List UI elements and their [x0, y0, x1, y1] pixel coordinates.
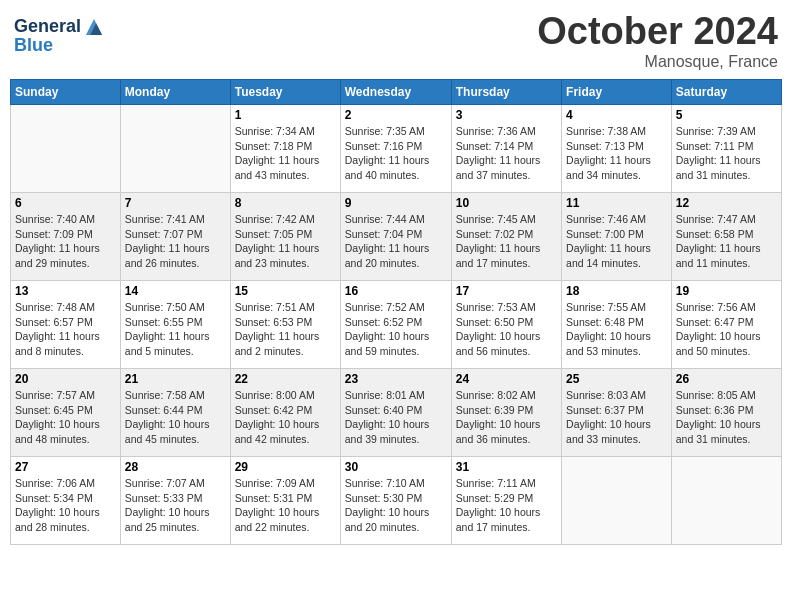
day-info: Sunrise: 8:05 AM Sunset: 6:36 PM Dayligh…	[676, 388, 777, 447]
day-info: Sunrise: 7:11 AM Sunset: 5:29 PM Dayligh…	[456, 476, 557, 535]
calendar-cell: 21Sunrise: 7:58 AM Sunset: 6:44 PM Dayli…	[120, 369, 230, 457]
weekday-header: Tuesday	[230, 80, 340, 105]
day-number: 23	[345, 372, 447, 386]
calendar-cell: 4Sunrise: 7:38 AM Sunset: 7:13 PM Daylig…	[562, 105, 672, 193]
calendar-cell: 23Sunrise: 8:01 AM Sunset: 6:40 PM Dayli…	[340, 369, 451, 457]
day-number: 6	[15, 196, 116, 210]
calendar-cell	[11, 105, 121, 193]
day-info: Sunrise: 7:35 AM Sunset: 7:16 PM Dayligh…	[345, 124, 447, 183]
day-number: 21	[125, 372, 226, 386]
day-number: 30	[345, 460, 447, 474]
day-info: Sunrise: 7:07 AM Sunset: 5:33 PM Dayligh…	[125, 476, 226, 535]
day-number: 7	[125, 196, 226, 210]
day-number: 10	[456, 196, 557, 210]
calendar-cell: 25Sunrise: 8:03 AM Sunset: 6:37 PM Dayli…	[562, 369, 672, 457]
weekday-header: Friday	[562, 80, 672, 105]
calendar-week-row: 20Sunrise: 7:57 AM Sunset: 6:45 PM Dayli…	[11, 369, 782, 457]
day-number: 12	[676, 196, 777, 210]
day-number: 14	[125, 284, 226, 298]
day-info: Sunrise: 7:51 AM Sunset: 6:53 PM Dayligh…	[235, 300, 336, 359]
day-info: Sunrise: 7:58 AM Sunset: 6:44 PM Dayligh…	[125, 388, 226, 447]
calendar-cell: 19Sunrise: 7:56 AM Sunset: 6:47 PM Dayli…	[671, 281, 781, 369]
day-number: 22	[235, 372, 336, 386]
day-info: Sunrise: 7:57 AM Sunset: 6:45 PM Dayligh…	[15, 388, 116, 447]
month-title: October 2024	[537, 10, 778, 53]
day-info: Sunrise: 7:41 AM Sunset: 7:07 PM Dayligh…	[125, 212, 226, 271]
day-info: Sunrise: 8:02 AM Sunset: 6:39 PM Dayligh…	[456, 388, 557, 447]
calendar-cell: 2Sunrise: 7:35 AM Sunset: 7:16 PM Daylig…	[340, 105, 451, 193]
day-number: 19	[676, 284, 777, 298]
calendar-header-row: SundayMondayTuesdayWednesdayThursdayFrid…	[11, 80, 782, 105]
calendar-cell	[671, 457, 781, 545]
day-number: 16	[345, 284, 447, 298]
day-info: Sunrise: 7:06 AM Sunset: 5:34 PM Dayligh…	[15, 476, 116, 535]
day-number: 3	[456, 108, 557, 122]
day-number: 8	[235, 196, 336, 210]
calendar-cell: 5Sunrise: 7:39 AM Sunset: 7:11 PM Daylig…	[671, 105, 781, 193]
calendar-week-row: 13Sunrise: 7:48 AM Sunset: 6:57 PM Dayli…	[11, 281, 782, 369]
calendar-cell: 3Sunrise: 7:36 AM Sunset: 7:14 PM Daylig…	[451, 105, 561, 193]
day-number: 2	[345, 108, 447, 122]
logo-text: General	[14, 17, 81, 37]
day-number: 25	[566, 372, 667, 386]
day-info: Sunrise: 7:38 AM Sunset: 7:13 PM Dayligh…	[566, 124, 667, 183]
calendar-cell: 24Sunrise: 8:02 AM Sunset: 6:39 PM Dayli…	[451, 369, 561, 457]
day-info: Sunrise: 7:42 AM Sunset: 7:05 PM Dayligh…	[235, 212, 336, 271]
calendar-cell: 26Sunrise: 8:05 AM Sunset: 6:36 PM Dayli…	[671, 369, 781, 457]
day-info: Sunrise: 8:03 AM Sunset: 6:37 PM Dayligh…	[566, 388, 667, 447]
day-number: 11	[566, 196, 667, 210]
calendar-week-row: 6Sunrise: 7:40 AM Sunset: 7:09 PM Daylig…	[11, 193, 782, 281]
location-text: Manosque, France	[537, 53, 778, 71]
calendar-cell: 12Sunrise: 7:47 AM Sunset: 6:58 PM Dayli…	[671, 193, 781, 281]
weekday-header: Sunday	[11, 80, 121, 105]
day-info: Sunrise: 7:48 AM Sunset: 6:57 PM Dayligh…	[15, 300, 116, 359]
day-number: 29	[235, 460, 336, 474]
calendar-cell: 9Sunrise: 7:44 AM Sunset: 7:04 PM Daylig…	[340, 193, 451, 281]
day-number: 27	[15, 460, 116, 474]
day-number: 15	[235, 284, 336, 298]
calendar-cell	[562, 457, 672, 545]
day-info: Sunrise: 8:01 AM Sunset: 6:40 PM Dayligh…	[345, 388, 447, 447]
day-info: Sunrise: 7:10 AM Sunset: 5:30 PM Dayligh…	[345, 476, 447, 535]
calendar-week-row: 27Sunrise: 7:06 AM Sunset: 5:34 PM Dayli…	[11, 457, 782, 545]
calendar-cell: 7Sunrise: 7:41 AM Sunset: 7:07 PM Daylig…	[120, 193, 230, 281]
calendar-cell: 18Sunrise: 7:55 AM Sunset: 6:48 PM Dayli…	[562, 281, 672, 369]
day-number: 26	[676, 372, 777, 386]
day-info: Sunrise: 7:52 AM Sunset: 6:52 PM Dayligh…	[345, 300, 447, 359]
day-info: Sunrise: 7:09 AM Sunset: 5:31 PM Dayligh…	[235, 476, 336, 535]
day-info: Sunrise: 7:34 AM Sunset: 7:18 PM Dayligh…	[235, 124, 336, 183]
day-number: 17	[456, 284, 557, 298]
calendar-cell: 14Sunrise: 7:50 AM Sunset: 6:55 PM Dayli…	[120, 281, 230, 369]
day-number: 24	[456, 372, 557, 386]
calendar-cell: 27Sunrise: 7:06 AM Sunset: 5:34 PM Dayli…	[11, 457, 121, 545]
day-info: Sunrise: 7:47 AM Sunset: 6:58 PM Dayligh…	[676, 212, 777, 271]
weekday-header: Thursday	[451, 80, 561, 105]
day-info: Sunrise: 7:44 AM Sunset: 7:04 PM Dayligh…	[345, 212, 447, 271]
day-number: 1	[235, 108, 336, 122]
day-info: Sunrise: 7:36 AM Sunset: 7:14 PM Dayligh…	[456, 124, 557, 183]
day-number: 18	[566, 284, 667, 298]
calendar-cell: 28Sunrise: 7:07 AM Sunset: 5:33 PM Dayli…	[120, 457, 230, 545]
calendar-table: SundayMondayTuesdayWednesdayThursdayFrid…	[10, 79, 782, 545]
calendar-cell: 10Sunrise: 7:45 AM Sunset: 7:02 PM Dayli…	[451, 193, 561, 281]
day-info: Sunrise: 7:46 AM Sunset: 7:00 PM Dayligh…	[566, 212, 667, 271]
day-number: 4	[566, 108, 667, 122]
day-number: 31	[456, 460, 557, 474]
calendar-cell: 15Sunrise: 7:51 AM Sunset: 6:53 PM Dayli…	[230, 281, 340, 369]
weekday-header: Saturday	[671, 80, 781, 105]
calendar-cell: 11Sunrise: 7:46 AM Sunset: 7:00 PM Dayli…	[562, 193, 672, 281]
page-header: General Blue October 2024 Manosque, Fran…	[10, 10, 782, 71]
calendar-cell: 31Sunrise: 7:11 AM Sunset: 5:29 PM Dayli…	[451, 457, 561, 545]
day-info: Sunrise: 7:39 AM Sunset: 7:11 PM Dayligh…	[676, 124, 777, 183]
day-info: Sunrise: 7:56 AM Sunset: 6:47 PM Dayligh…	[676, 300, 777, 359]
day-number: 5	[676, 108, 777, 122]
calendar-cell: 29Sunrise: 7:09 AM Sunset: 5:31 PM Dayli…	[230, 457, 340, 545]
day-info: Sunrise: 7:40 AM Sunset: 7:09 PM Dayligh…	[15, 212, 116, 271]
calendar-cell: 8Sunrise: 7:42 AM Sunset: 7:05 PM Daylig…	[230, 193, 340, 281]
calendar-cell: 16Sunrise: 7:52 AM Sunset: 6:52 PM Dayli…	[340, 281, 451, 369]
calendar-cell: 30Sunrise: 7:10 AM Sunset: 5:30 PM Dayli…	[340, 457, 451, 545]
calendar-cell	[120, 105, 230, 193]
day-number: 9	[345, 196, 447, 210]
day-info: Sunrise: 8:00 AM Sunset: 6:42 PM Dayligh…	[235, 388, 336, 447]
logo-blue-text: Blue	[14, 36, 53, 56]
